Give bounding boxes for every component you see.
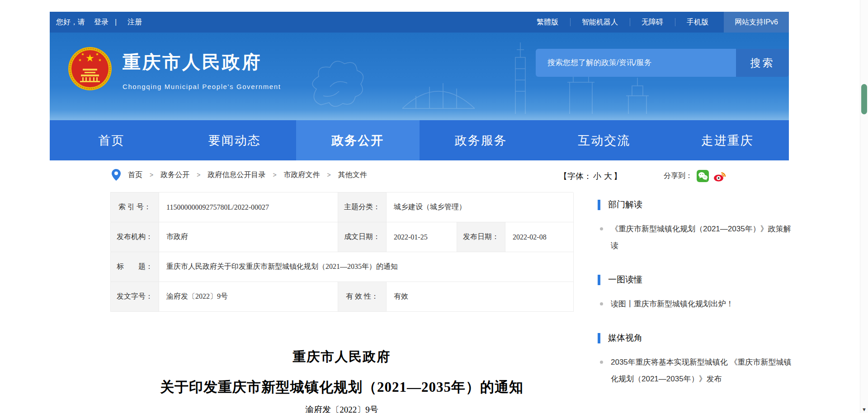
section-header: 部门解读 <box>598 199 792 211</box>
wechat-icon[interactable] <box>697 170 709 182</box>
page: 您好，请 登录 | 注册 繁體版 智能机器人 无障碍 手机版 网站支持IPv6 <box>0 0 868 413</box>
mobile-version-link[interactable]: 手机版 <box>675 12 720 33</box>
topic-category-value: 城乡建设（城乡管理） <box>387 192 574 222</box>
site-title-block: 重庆市人民政府 Chongqing Municipal People's Gov… <box>123 46 281 91</box>
written-date-value: 2022-01-25 <box>387 222 457 252</box>
breadcrumb-info-catalog[interactable]: 政府信息公开目录 <box>208 170 265 180</box>
register-link[interactable]: 注册 <box>127 18 142 27</box>
nav-item-gov-disclosure[interactable]: 政务公开 <box>296 120 420 160</box>
table-row: 索 引 号： 11500000009275780L/2022-00027 主题分… <box>111 192 573 222</box>
breadcrumb-separator: > <box>327 171 331 178</box>
related-sidebar: 部门解读 《重庆市新型城镇化规划（2021—2035年）》政策解读 一图读懂 读… <box>598 199 792 407</box>
font-control-suffix: 】 <box>613 172 622 181</box>
index-number-value: 11500000009275780L/2022-00027 <box>159 192 338 222</box>
document-title-line1: 重庆市人民政府 <box>110 348 573 366</box>
breadcrumb-gov-disclosure[interactable]: 政务公开 <box>160 170 189 180</box>
topic-category-label: 主题分类： <box>338 192 387 222</box>
section-title: 一图读懂 <box>608 274 642 286</box>
smart-robot-link[interactable]: 智能机器人 <box>570 12 630 33</box>
sidebar-link-policy-interpretation[interactable]: 《重庆市新型城镇化规划（2021—2035年）》政策解读 <box>598 221 792 254</box>
nav-item-home[interactable]: 首页 <box>50 120 173 160</box>
breadcrumb-city-gov-docs[interactable]: 市政府文件 <box>284 170 320 180</box>
top-utility-bar: 您好，请 登录 | 注册 繁體版 智能机器人 无障碍 手机版 网站支持IPv6 <box>50 12 789 33</box>
table-row: 发文字号： 渝府发〔2022〕9号 有 效 性： 有效 <box>111 282 573 312</box>
document-title-line2: 关于印发重庆市新型城镇化规划（2021—2035年）的通知 <box>110 378 573 397</box>
site-version-links: 繁體版 智能机器人 无障碍 手机版 网站支持IPv6 <box>525 12 789 33</box>
written-date-label: 成文日期： <box>338 222 387 252</box>
font-smaller-button[interactable]: 小 <box>593 172 601 181</box>
divider: | <box>115 18 117 26</box>
section-accent-bar <box>598 333 600 343</box>
doc-title-label: 标 题： <box>111 252 159 282</box>
doc-title-value: 重庆市人民政府关于印发重庆市新型城镇化规划（2021—2035年）的通知 <box>159 252 574 282</box>
search-button[interactable]: 搜索 <box>736 49 789 77</box>
scrollbar-thumb[interactable] <box>861 84 867 114</box>
section-accent-bar <box>598 275 600 285</box>
page-scrollbar[interactable]: ▼ <box>860 0 868 413</box>
breadcrumb-separator: > <box>197 171 200 178</box>
font-size-control: 【字体：小大】 <box>559 171 622 182</box>
issuing-agency-value: 市政府 <box>159 222 338 252</box>
national-emblem-icon <box>67 46 113 91</box>
section-title: 媒体视角 <box>608 332 642 344</box>
index-number-label: 索 引 号： <box>111 192 159 222</box>
doc-number-label: 发文字号： <box>111 282 159 312</box>
sidebar-section-one-image: 一图读懂 读图丨重庆市新型城镇化规划出炉！ <box>598 274 792 312</box>
publish-date-value: 2022-02-08 <box>505 222 574 252</box>
greeting-text: 您好，请 <box>56 18 85 27</box>
section-title: 部门解读 <box>608 199 642 211</box>
font-larger-button[interactable]: 大 <box>604 172 612 181</box>
login-link[interactable]: 登录 <box>94 18 108 27</box>
nav-item-interaction[interactable]: 互动交流 <box>542 120 666 160</box>
nav-item-about-chongqing[interactable]: 走进重庆 <box>666 120 789 160</box>
sidebar-link-media-article[interactable]: 2035年重庆将基本实现新型城镇化 《重庆市新型城镇化规划（2021—2035年… <box>598 354 792 387</box>
nav-item-news[interactable]: 要闻动态 <box>173 120 297 160</box>
breadcrumb-other-docs[interactable]: 其他文件 <box>338 170 367 180</box>
breadcrumb-separator: > <box>150 171 153 178</box>
accessibility-link[interactable]: 无障碍 <box>630 12 675 33</box>
section-accent-bar <box>598 200 600 210</box>
ipv6-badge[interactable]: 网站支持IPv6 <box>724 12 789 33</box>
breadcrumb-home[interactable]: 首页 <box>128 170 142 180</box>
account-links: 您好，请 登录 | 注册 <box>56 18 142 27</box>
location-pin-icon <box>112 169 121 181</box>
site-name: 重庆市人民政府 <box>123 50 281 75</box>
breadcrumb: 首页 > 政务公开 > 政府信息公开目录 > 市政府文件 > 其他文件 <box>112 169 367 181</box>
validity-label: 有 效 性： <box>338 282 387 312</box>
section-header: 媒体视角 <box>598 332 792 344</box>
table-row: 发布机构： 市政府 成文日期： 2022-01-25 发布日期： 2022-02… <box>111 222 573 252</box>
breadcrumb-separator: > <box>273 171 276 178</box>
doc-number-value: 渝府发〔2022〕9号 <box>159 282 338 312</box>
document-number: 渝府发〔2022〕9号 <box>110 404 573 413</box>
traditional-chinese-link[interactable]: 繁體版 <box>525 12 570 33</box>
validity-value: 有效 <box>387 282 574 312</box>
table-row: 标 题： 重庆市人民政府关于印发重庆市新型城镇化规划（2021—2035年）的通… <box>111 252 573 282</box>
issuing-agency-label: 发布机构： <box>111 222 159 252</box>
nav-item-gov-services[interactable]: 政务服务 <box>420 120 543 160</box>
search-input[interactable] <box>536 49 736 77</box>
font-control-prefix: 【字体： <box>559 172 592 181</box>
site-name-english: Chongqing Municipal People's Government <box>123 83 281 90</box>
site-header: 重庆市人民政府 Chongqing Municipal People's Gov… <box>50 33 789 120</box>
scrollbar-down-icon[interactable]: ▼ <box>860 407 868 412</box>
weibo-icon[interactable] <box>713 170 726 182</box>
section-header: 一图读懂 <box>598 274 792 286</box>
sidebar-section-media-view: 媒体视角 2035年重庆将基本实现新型城镇化 《重庆市新型城镇化规划（2021—… <box>598 332 792 387</box>
share-label: 分享到： <box>664 171 693 181</box>
site-logo[interactable]: 重庆市人民政府 Chongqing Municipal People's Gov… <box>67 46 281 91</box>
main-nav: 首页 要闻动态 政务公开 政务服务 互动交流 走进重庆 <box>50 120 789 160</box>
share-bar: 分享到： <box>664 170 726 182</box>
sidebar-section-department-interpretation: 部门解读 《重庆市新型城镇化规划（2021—2035年）》政策解读 <box>598 199 792 254</box>
site-search: 搜索 <box>536 49 789 77</box>
sidebar-link-infographic[interactable]: 读图丨重庆市新型城镇化规划出炉！ <box>598 296 792 312</box>
document-info-table: 索 引 号： 11500000009275780L/2022-00027 主题分… <box>110 192 573 312</box>
publish-date-label: 发布日期： <box>457 222 505 252</box>
